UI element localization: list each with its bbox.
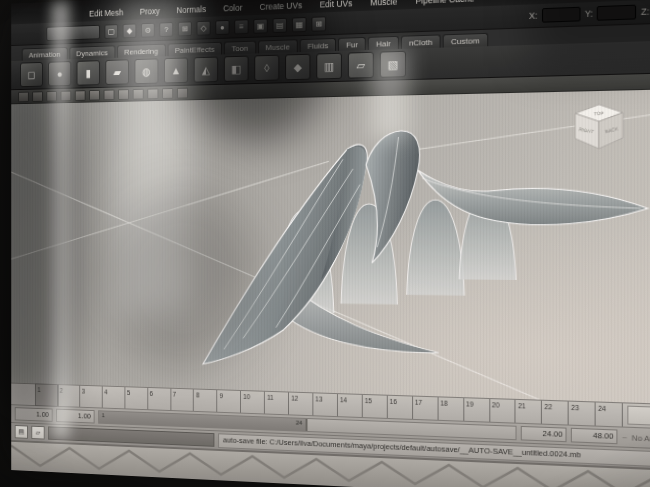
frame-label-21: 21 <box>518 402 526 409</box>
render-settings-icon[interactable]: ▦ <box>292 17 307 32</box>
gate-mask-icon[interactable] <box>75 90 86 101</box>
poly-bridge-tool[interactable]: ▱ <box>348 52 374 79</box>
axis-input-y[interactable] <box>597 5 636 21</box>
shelf-tab-hair[interactable]: Hair <box>368 36 399 50</box>
film-gate-icon[interactable] <box>46 90 57 101</box>
current-time-field[interactable]: 1.00 <box>627 406 650 427</box>
range-start-label: 1 <box>102 412 105 422</box>
command-line-icon[interactable]: ▱ <box>31 426 44 440</box>
axis-label-x: X: <box>529 10 538 21</box>
script-editor-icon[interactable]: ▤ <box>15 425 28 439</box>
snap-to-point-icon[interactable]: ● <box>215 19 229 34</box>
timeline-frame-12[interactable]: 12 <box>289 393 313 416</box>
quick-layout-icon[interactable]: ⊞ <box>311 16 326 31</box>
field-chart-icon[interactable] <box>89 89 100 100</box>
frame-label-6: 6 <box>150 390 153 397</box>
playback-start-field[interactable]: 1.00 <box>15 407 53 422</box>
shelf-tab-toon[interactable]: Toon <box>224 41 256 55</box>
snap-to-curve-icon[interactable]: ◇ <box>197 20 211 35</box>
selection-mask-icon[interactable]: ▢ <box>104 24 118 39</box>
frame-label-12: 12 <box>291 395 298 402</box>
menu-muscle[interactable]: Muscle <box>368 0 399 9</box>
shelf-tab-fluids[interactable]: Fluids <box>300 38 337 52</box>
timeline-frame-13[interactable]: 13 <box>313 393 338 416</box>
poly-pyramid-tool[interactable]: ◭ <box>194 57 218 83</box>
timeline-frame-14[interactable]: 14 <box>338 394 363 417</box>
frame-label-23: 23 <box>571 404 579 412</box>
render-icon[interactable]: ▣ <box>253 18 267 33</box>
poly-smooth-tool[interactable]: ▧ <box>380 51 406 78</box>
menu-edit-mesh[interactable]: Edit Mesh <box>87 7 125 20</box>
perspective-viewport[interactable]: TOP RIGHT BACK <box>11 89 650 405</box>
frame-label-9: 9 <box>219 392 222 399</box>
textured-icon[interactable] <box>162 88 173 99</box>
viewcube-top-label: TOP <box>594 110 604 116</box>
poly-torus-tool[interactable]: ◍ <box>135 58 159 84</box>
timeline-frame-4[interactable]: 4 <box>102 386 125 408</box>
axis-input-x[interactable] <box>542 7 581 23</box>
timeline-frame-8[interactable]: 8 <box>194 389 217 411</box>
menu-edit-uvs[interactable]: Edit UVs <box>318 0 355 11</box>
timeline-frame-1[interactable]: 1 <box>36 384 58 406</box>
snap-to-grid-icon[interactable]: ⊞ <box>178 21 192 36</box>
timeline-frame-21[interactable]: 21 <box>516 400 542 424</box>
safe-title-icon[interactable] <box>118 89 129 100</box>
shaded-icon[interactable] <box>147 88 158 99</box>
resolution-gate-icon[interactable] <box>61 90 72 101</box>
lighting-icon[interactable] <box>177 87 188 98</box>
frame-label-4: 4 <box>104 388 107 395</box>
timeline-frame-19[interactable]: 19 <box>464 398 490 421</box>
safe-action-icon[interactable] <box>104 89 115 100</box>
transform-entry-fields: X:Y:Z: <box>529 2 650 23</box>
menu-color[interactable]: Color <box>221 2 244 15</box>
poly-prism-tool[interactable]: ◆ <box>285 54 310 81</box>
poly-cylinder-tool[interactable]: ▮ <box>77 60 100 85</box>
timeline-frame-17[interactable]: 17 <box>413 397 438 420</box>
camera-lock-icon[interactable] <box>18 91 29 102</box>
select-by-hierarchy-icon[interactable]: ◆ <box>123 23 137 38</box>
anim-end-field[interactable]: 48.00 <box>571 428 618 444</box>
timeline-frame-3[interactable]: 3 <box>80 386 102 408</box>
shelf-tab-ncloth[interactable]: nCloth <box>401 34 441 48</box>
playback-end-field[interactable]: 24.00 <box>521 426 567 442</box>
anim-start-field[interactable]: 1.00 <box>56 409 94 424</box>
timeline-frame-24[interactable]: 24 <box>596 402 623 426</box>
view-cube[interactable]: TOP RIGHT BACK <box>569 101 630 157</box>
timeline-frame-5[interactable]: 5 <box>125 387 148 409</box>
menu-proxy[interactable]: Proxy <box>138 5 162 18</box>
timeline-frame-7[interactable]: 7 <box>171 389 194 411</box>
timeline-frame-2[interactable]: 2 <box>58 385 80 407</box>
menu-create-uvs[interactable]: Create UVs <box>258 0 304 13</box>
timeline-frame-9[interactable]: 9 <box>218 390 242 412</box>
wireframe-icon[interactable] <box>133 88 144 99</box>
timeline-frame-22[interactable]: 22 <box>542 401 569 425</box>
poly-extrude-tool[interactable]: ▥ <box>316 53 342 80</box>
range-end-label: 24 <box>296 420 303 430</box>
poly-sphere-tool[interactable]: ● <box>48 61 71 86</box>
model-right-blade <box>418 168 648 225</box>
select-by-object-icon[interactable]: ⊙ <box>141 22 155 37</box>
poly-cone-tool[interactable]: ▲ <box>164 57 188 83</box>
timeline-frame-11[interactable]: 11 <box>265 392 289 415</box>
timeline-frame-23[interactable]: 23 <box>569 402 596 426</box>
poly-helix-tool[interactable]: ◊ <box>254 55 279 81</box>
timeline-frame-10[interactable]: 10 <box>241 391 265 413</box>
timeline-frame-6[interactable]: 6 <box>148 388 171 410</box>
select-by-component-icon[interactable]: ? <box>159 22 173 37</box>
timeline-frame-15[interactable]: 15 <box>363 395 388 418</box>
poly-pipe-tool[interactable]: ◧ <box>224 56 249 82</box>
menu-set-dropdown[interactable] <box>46 24 100 40</box>
poly-plane-tool[interactable]: ▰ <box>105 59 129 85</box>
timeline-frame-18[interactable]: 18 <box>438 397 464 420</box>
timeline-frame-16[interactable]: 16 <box>388 396 413 419</box>
shelf-tab-fur[interactable]: Fur <box>338 37 366 51</box>
timeline-frame-20[interactable]: 20 <box>490 399 516 423</box>
history-icon[interactable]: ≡ <box>234 19 248 34</box>
ipr-render-icon[interactable]: ▤ <box>273 17 288 32</box>
menu-normals[interactable]: Normals <box>175 3 208 16</box>
poly-cube-tool[interactable]: ◻ <box>20 62 43 87</box>
grid-toggle-icon[interactable] <box>32 91 43 102</box>
anim-layer-dropdown[interactable]: No Anim La <box>632 433 650 445</box>
anim-layer-icon[interactable]: ~ <box>622 432 627 442</box>
shelf-tab-muscle[interactable]: Muscle <box>258 39 298 53</box>
